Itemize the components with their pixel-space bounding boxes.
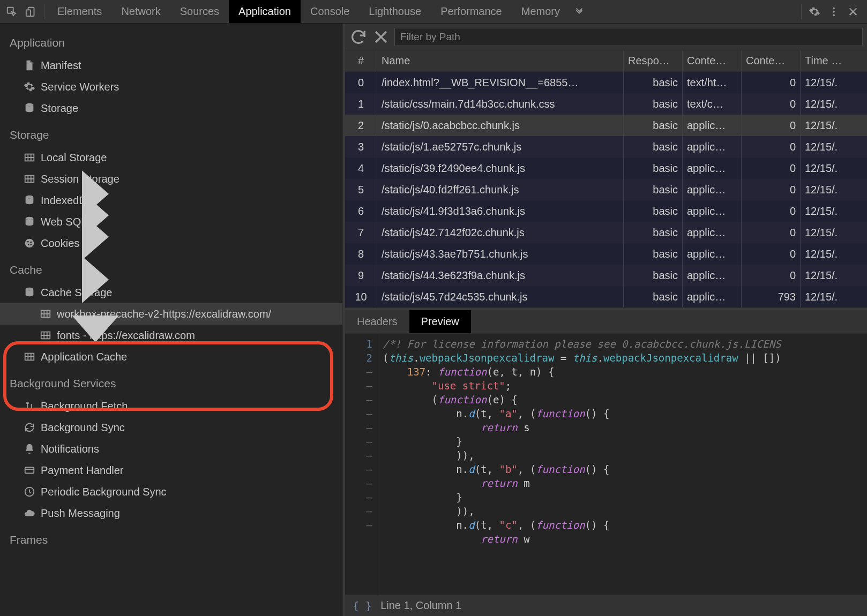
table-cell: 0 xyxy=(742,157,801,179)
table-cell: basic xyxy=(624,115,683,136)
sidebar-item-background-sync[interactable]: Background Sync xyxy=(0,417,342,438)
divider xyxy=(801,4,802,19)
fold-marker[interactable]: – xyxy=(345,462,372,476)
table-cell: 1 xyxy=(345,93,377,115)
sidebar-item-service-workers[interactable]: Service Workers xyxy=(0,76,342,97)
svg-point-4 xyxy=(833,11,835,13)
table-row[interactable]: 1/static/css/main.7d14b3cc.chunk.cssbasi… xyxy=(345,93,867,115)
braces-icon[interactable]: { } xyxy=(353,599,372,612)
fold-marker[interactable]: – xyxy=(345,476,372,490)
close-devtools-icon[interactable] xyxy=(843,2,863,21)
column-header[interactable]: Time … xyxy=(801,50,859,71)
preview-tab-preview[interactable]: Preview xyxy=(409,310,471,333)
fold-marker[interactable]: – xyxy=(345,420,372,434)
chevron-right-icon xyxy=(15,353,23,360)
tab-performance[interactable]: Performance xyxy=(431,0,512,23)
table-cell: applic… xyxy=(683,222,742,243)
column-header[interactable]: Conte… xyxy=(742,50,801,71)
sidebar-item-storage[interactable]: Storage xyxy=(0,97,342,119)
column-header[interactable]: # xyxy=(345,50,377,71)
table-row[interactable]: 10/static/js/45.7d24c535.chunk.jsbasicap… xyxy=(345,286,867,307)
database-icon xyxy=(24,194,35,206)
device-toggle-icon[interactable] xyxy=(21,2,41,21)
sidebar-item-notifications[interactable]: Notifications xyxy=(0,438,342,460)
sidebar-item-manifest[interactable]: Manifest xyxy=(0,55,342,76)
table-cell: 0 xyxy=(742,136,801,157)
sidebar-item-label: Push Messaging xyxy=(41,507,120,520)
table-row[interactable]: 6/static/js/41.9f3d13a6.chunk.jsbasicapp… xyxy=(345,200,867,222)
chevron-right-icon xyxy=(15,467,23,474)
table-cell: basic xyxy=(624,243,683,265)
chevron-right-icon xyxy=(15,218,23,226)
tab-lighthouse[interactable]: Lighthouse xyxy=(359,0,431,23)
tab-application[interactable]: Application xyxy=(229,0,301,23)
svg-point-3 xyxy=(833,7,835,9)
table-cell: 7 xyxy=(345,222,377,243)
table-cell: /static/js/40.fd2ff261.chunk.js xyxy=(377,179,624,200)
table-cell: 0 xyxy=(742,93,801,115)
chevron-right-icon xyxy=(15,239,23,247)
card-icon xyxy=(24,464,35,476)
table-cell: applic… xyxy=(683,200,742,222)
column-header[interactable]: Respo… xyxy=(624,50,683,71)
inspect-element-icon[interactable] xyxy=(2,2,21,21)
chevron-right-icon xyxy=(15,83,23,91)
fold-marker[interactable]: – xyxy=(345,490,372,504)
cloud-icon xyxy=(24,507,35,519)
sidebar-item-label: Cache Storage xyxy=(41,287,112,299)
table-row[interactable]: 4/static/js/39.f2490ee4.chunk.jsbasicapp… xyxy=(345,157,867,179)
table-cell: /static/js/42.7142f02c.chunk.js xyxy=(377,222,624,243)
table-row[interactable]: 7/static/js/42.7142f02c.chunk.jsbasicapp… xyxy=(345,222,867,243)
grid-icon xyxy=(24,173,35,185)
table-cell: /index.html?__WB_REVISION__=6855… xyxy=(377,72,624,93)
divider xyxy=(44,4,44,19)
fold-marker[interactable]: – xyxy=(345,434,372,448)
tab-network[interactable]: Network xyxy=(111,0,170,23)
tab-sources[interactable]: Sources xyxy=(170,0,229,23)
settings-gear-icon[interactable] xyxy=(805,2,824,21)
sidebar-item-label: Web SQL xyxy=(41,216,87,228)
fold-marker[interactable]: – xyxy=(345,518,372,532)
kebab-menu-icon[interactable] xyxy=(824,2,843,21)
fold-marker[interactable]: – xyxy=(345,504,372,518)
refresh-icon[interactable] xyxy=(349,28,368,46)
table-row[interactable]: 5/static/js/40.fd2ff261.chunk.jsbasicapp… xyxy=(345,179,867,200)
table-row[interactable]: 3/static/js/1.ae52757c.chunk.jsbasicappl… xyxy=(345,136,867,157)
sync-icon xyxy=(24,422,35,433)
column-header[interactable]: Conte… xyxy=(683,50,742,71)
tab-elements[interactable]: Elements xyxy=(48,0,111,23)
code-content[interactable]: /*! For license information please see 0… xyxy=(378,334,867,595)
line-gutter: 12–––––––––––– xyxy=(345,334,378,595)
sidebar-item-background-fetch[interactable]: Background Fetch xyxy=(0,395,342,417)
fold-marker[interactable]: – xyxy=(345,448,372,462)
tab-memory[interactable]: Memory xyxy=(512,0,570,23)
table-header-row: #NameRespo…Conte…Conte…Time … xyxy=(345,50,867,72)
table-row[interactable]: 2/static/js/0.acabcbcc.chunk.jsbasicappl… xyxy=(345,115,867,136)
more-tabs-icon[interactable] xyxy=(570,2,589,21)
preview-tab-headers[interactable]: Headers xyxy=(345,310,409,333)
tab-console[interactable]: Console xyxy=(301,0,359,23)
sidebar-item-periodic-background-sync[interactable]: Periodic Background Sync xyxy=(0,481,342,502)
sidebar-item-label: Payment Handler xyxy=(41,464,124,477)
chevron-right-icon xyxy=(15,104,23,112)
filter-input[interactable] xyxy=(394,28,863,46)
table-cell: text/c… xyxy=(683,93,742,115)
column-header[interactable]: Name xyxy=(377,50,624,71)
sidebar-item-local-storage[interactable]: Local Storage xyxy=(0,147,342,168)
sidebar-item-push-messaging[interactable]: Push Messaging xyxy=(0,502,342,524)
fold-marker[interactable]: – xyxy=(345,365,372,379)
table-cell: basic xyxy=(624,286,683,307)
fold-marker[interactable]: – xyxy=(345,393,372,407)
sidebar-item-payment-handler[interactable]: Payment Handler xyxy=(0,460,342,481)
sidebar-item-label: Local Storage xyxy=(41,152,107,164)
clear-icon[interactable] xyxy=(372,28,390,46)
fold-marker[interactable]: – xyxy=(345,379,372,393)
table-row[interactable]: 8/static/js/43.3ae7b751.chunk.jsbasicapp… xyxy=(345,243,867,265)
table-cell: applic… xyxy=(683,136,742,157)
database-icon xyxy=(24,216,35,228)
table-row[interactable]: 9/static/js/44.3e623f9a.chunk.jsbasicapp… xyxy=(345,265,867,286)
table-cell: 12/15/. xyxy=(801,265,859,286)
fold-marker[interactable]: – xyxy=(345,407,372,420)
table-row[interactable]: 0/index.html?__WB_REVISION__=6855…basict… xyxy=(345,72,867,93)
application-sidebar: ApplicationManifestService WorkersStorag… xyxy=(0,24,343,616)
